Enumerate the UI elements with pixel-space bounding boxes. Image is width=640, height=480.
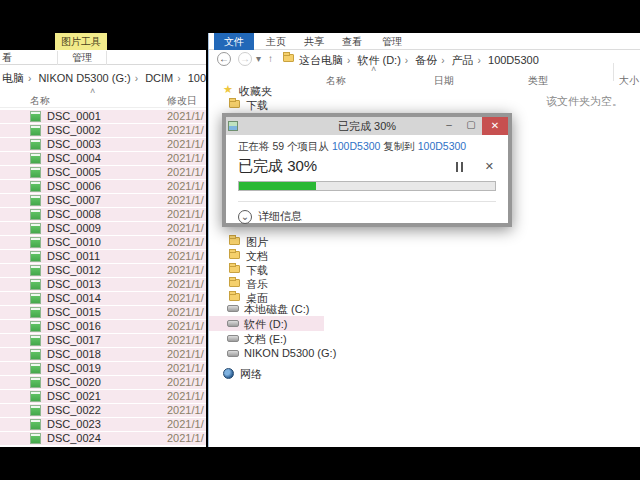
breadcrumb-item[interactable]: NIKON D5300 (G:)›	[38, 72, 142, 84]
file-row[interactable]: DSC_0008 2021/1/	[0, 208, 206, 221]
file-row[interactable]: DSC_0024 2021/1/	[0, 432, 206, 445]
sidebar-item-network[interactable]: 网络	[209, 366, 324, 380]
cancel-icon[interactable]: ✕	[485, 160, 494, 173]
sidebar-item-drive-e[interactable]: 文档 (E:)	[209, 331, 324, 346]
disk-icon	[227, 335, 239, 342]
back-icon[interactable]: ←	[217, 52, 231, 66]
column-name[interactable]: 名称	[326, 74, 346, 88]
file-row[interactable]: DSC_0002 2021/1/	[0, 124, 206, 137]
file-row[interactable]: DSC_0010 2021/1/	[0, 236, 206, 249]
screen: 图片工具 看 管理 电脑› NIKON D5300 (G:)› DCIM› 10…	[0, 0, 640, 480]
tab-manage[interactable]: 管理	[382, 35, 402, 49]
file-row[interactable]: DSC_0018 2021/1/	[0, 348, 206, 361]
file-date: 2021/1/	[167, 306, 204, 319]
maximize-icon[interactable]: ▢	[460, 117, 482, 135]
file-row[interactable]: DSC_0014 2021/1/	[0, 292, 206, 305]
column-size[interactable]: 大小	[619, 74, 639, 88]
recent-dropdown-icon[interactable]: ▾	[256, 53, 261, 64]
file-row[interactable]: DSC_0005 2021/1/	[0, 166, 206, 179]
file-row[interactable]: DSC_0004 2021/1/	[0, 152, 206, 165]
tab-file[interactable]: 文件	[214, 33, 254, 50]
column-name[interactable]: 名称	[30, 94, 50, 108]
file-row[interactable]: DSC_0019 2021/1/	[0, 362, 206, 375]
file-row[interactable]: DSC_0013 2021/1/	[0, 278, 206, 291]
breadcrumb-item[interactable]: 这台电脑›	[299, 54, 354, 66]
file-row[interactable]: DSC_0012 2021/1/	[0, 264, 206, 277]
picture-tools-tab[interactable]: 图片工具	[55, 33, 107, 50]
disk-icon	[227, 320, 239, 327]
sidebar-item-folder[interactable]: 文档	[209, 248, 324, 262]
breadcrumb-item[interactable]: 100D5300›	[488, 54, 539, 66]
dialog-titlebar[interactable]: 已完成 30% – ▢ ✕	[226, 117, 508, 135]
file-date: 2021/1/	[167, 208, 204, 221]
dialog-body: 正在将 59 个项目从 100D5300 复制到 100D5300 已完成 30…	[226, 135, 508, 224]
file-row[interactable]: DSC_0015 2021/1/	[0, 306, 206, 319]
file-name: DSC_0011	[47, 250, 100, 263]
sidebar-item-drive-g[interactable]: NIKON D5300 (G:)	[209, 346, 324, 361]
column-divider	[613, 63, 614, 81]
file-row[interactable]: DSC_0022 2021/1/	[0, 404, 206, 417]
image-file-icon	[30, 433, 41, 444]
file-name: DSC_0005	[47, 166, 101, 179]
sidebar-item-drive-d[interactable]: 软件 (D:)	[209, 316, 324, 331]
breadcrumb-item[interactable]: 电脑›	[2, 72, 35, 84]
image-file-icon	[30, 251, 41, 262]
pause-icon[interactable]	[453, 161, 467, 173]
file-row[interactable]: DSC_0023 2021/1/	[0, 418, 206, 431]
file-row[interactable]: DSC_0006 2021/1/	[0, 180, 206, 193]
breadcrumb-item[interactable]: 100D5300›	[188, 72, 206, 84]
file-row[interactable]: DSC_0021 2021/1/	[0, 390, 206, 403]
file-name: DSC_0017	[47, 334, 101, 347]
file-row[interactable]: DSC_0007 2021/1/	[0, 194, 206, 207]
sidebar-item-downloads[interactable]: 下载	[209, 97, 324, 111]
tab-view[interactable]: 看	[2, 51, 12, 65]
column-date[interactable]: 日期	[434, 74, 454, 88]
file-row[interactable]: DSC_0016 2021/1/	[0, 320, 206, 333]
file-row[interactable]: DSC_0011 2021/1/	[0, 250, 206, 263]
column-type[interactable]: 类型	[528, 74, 548, 88]
file-list: DSC_0001 2021/1/ DSC_0002 2021/1/ DSC_00…	[0, 110, 206, 446]
file-name: DSC_0020	[47, 376, 101, 389]
image-file-icon	[30, 265, 41, 276]
file-row[interactable]: DSC_0009 2021/1/	[0, 222, 206, 235]
tab-home[interactable]: 主页	[266, 35, 286, 49]
file-date: 2021/1/	[167, 222, 204, 235]
forward-icon[interactable]: →	[238, 52, 252, 66]
file-row[interactable]: DSC_0001 2021/1/	[0, 110, 206, 123]
file-name: DSC_0024	[47, 432, 101, 445]
sidebar-item-favorites[interactable]: ★ 收藏夹	[209, 83, 324, 97]
folder-icon	[229, 100, 240, 108]
details-expander[interactable]: ⌄ 详细信息	[238, 209, 496, 224]
up-icon[interactable]: ↑	[268, 53, 273, 64]
tab-manage[interactable]: 管理	[57, 51, 107, 65]
image-file-icon	[30, 349, 41, 360]
file-row[interactable]: DSC_0003 2021/1/	[0, 138, 206, 151]
breadcrumb-item[interactable]: DCIM›	[145, 72, 184, 84]
tab-share[interactable]: 共享	[304, 35, 324, 49]
destination-folder-link[interactable]: 100D5300	[418, 140, 466, 152]
image-file-icon	[30, 307, 41, 318]
file-date: 2021/1/	[167, 236, 204, 249]
file-date: 2021/1/	[167, 278, 204, 291]
sidebar-item-folder[interactable]: 图片	[209, 234, 324, 248]
progress-heading: 已完成 30%	[238, 157, 453, 176]
sidebar-item-folder[interactable]: 下载	[209, 262, 324, 276]
sort-ascending-icon: ˄	[371, 64, 376, 74]
breadcrumb-item[interactable]: 产品›	[452, 54, 485, 66]
source-folder-link[interactable]: 100D5300	[332, 140, 380, 152]
tab-view[interactable]: 查看	[342, 35, 362, 49]
image-file-icon	[30, 167, 41, 178]
file-name: DSC_0006	[47, 180, 101, 193]
sidebar-item-folder[interactable]: 音乐	[209, 276, 324, 290]
camera-explorer-window: 图片工具 看 管理 电脑› NIKON D5300 (G:)› DCIM› 10…	[0, 33, 206, 447]
sidebar-label: 文档 (E:)	[244, 332, 287, 347]
breadcrumb-item[interactable]: 备份›	[415, 54, 448, 66]
file-name: DSC_0002	[47, 124, 101, 137]
minimize-icon[interactable]: –	[438, 117, 460, 135]
file-row[interactable]: DSC_0017 2021/1/	[0, 334, 206, 347]
file-row[interactable]: DSC_0020 2021/1/	[0, 376, 206, 389]
close-icon[interactable]: ✕	[482, 117, 508, 135]
breadcrumb-item[interactable]: 软件 (D:)›	[357, 54, 412, 66]
file-name: DSC_0008	[47, 208, 101, 221]
sidebar-item-drive-c[interactable]: 本地磁盘 (C:)	[209, 301, 324, 316]
